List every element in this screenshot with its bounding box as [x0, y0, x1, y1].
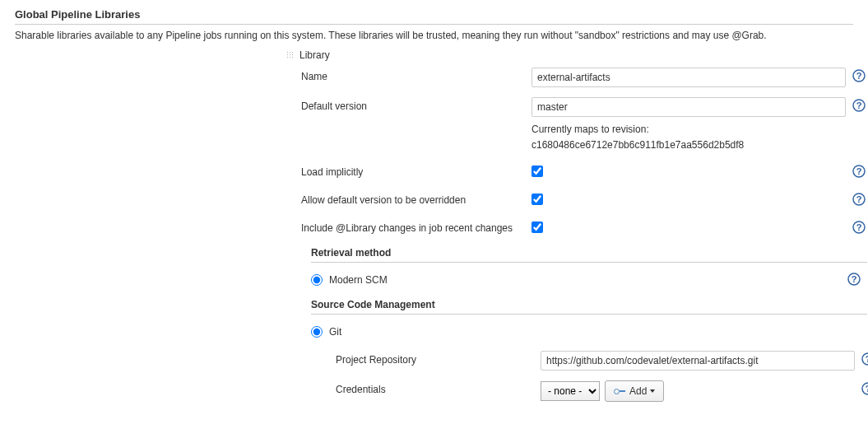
- help-icon[interactable]: ?: [852, 99, 866, 112]
- credentials-row: Credentials - none - Add ?: [336, 380, 853, 402]
- default-version-input[interactable]: [531, 97, 846, 117]
- include-changes-row: Include @Library changes in job recent c…: [301, 219, 853, 239]
- svg-text:?: ?: [852, 274, 857, 284]
- allow-override-row: Allow default version to be overridden ?: [301, 191, 853, 211]
- git-config: Project Repository ? Credentials - none …: [336, 351, 853, 402]
- svg-text:?: ?: [856, 166, 862, 176]
- allow-override-checkbox[interactable]: [531, 194, 543, 205]
- git-row: Git: [311, 323, 867, 341]
- help-icon[interactable]: ?: [852, 193, 866, 206]
- name-label: Name: [301, 68, 531, 82]
- include-changes-checkbox[interactable]: [531, 221, 543, 233]
- credentials-select[interactable]: - none -: [541, 381, 600, 401]
- library-title: Library: [299, 49, 330, 61]
- scm-title: Source Code Management: [311, 299, 853, 310]
- chevron-down-icon: [650, 389, 655, 393]
- help-icon[interactable]: ?: [852, 69, 866, 82]
- name-input[interactable]: [531, 68, 846, 87]
- retrieval-rule: [311, 262, 867, 263]
- svg-text:?: ?: [856, 71, 862, 81]
- drag-handle-icon[interactable]: [286, 51, 295, 59]
- repo-input[interactable]: [541, 351, 855, 371]
- add-button-label: Add: [629, 385, 647, 397]
- default-version-row: Default version Currently maps to revisi…: [301, 97, 853, 153]
- retrieval-section: Retrieval method Modern SCM ? Source Cod…: [311, 247, 853, 402]
- default-version-label: Default version: [301, 97, 531, 112]
- repo-row: Project Repository ?: [336, 351, 853, 371]
- modern-scm-label: Modern SCM: [329, 274, 847, 286]
- allow-override-label: Allow default version to be overridden: [301, 191, 531, 206]
- modern-scm-radio[interactable]: [311, 274, 323, 286]
- name-row: Name ?: [301, 68, 853, 87]
- section-title: Global Pipeline Libraries: [15, 8, 853, 21]
- section-description: Sharable libraries available to any Pipe…: [15, 30, 853, 41]
- help-icon[interactable]: ?: [861, 382, 868, 395]
- git-radio[interactable]: [311, 326, 323, 338]
- help-icon[interactable]: ?: [861, 352, 868, 366]
- svg-text:?: ?: [856, 222, 862, 232]
- revision-hint-line1: Currently maps to revision:: [531, 124, 649, 135]
- svg-text:?: ?: [866, 384, 868, 394]
- library-header: Library: [286, 49, 853, 61]
- git-label: Git: [329, 326, 867, 338]
- library-block: Library Name ? Default version Currently…: [286, 49, 853, 239]
- credentials-label: Credentials: [336, 380, 541, 395]
- scm-rule: [311, 314, 867, 315]
- retrieval-title: Retrieval method: [311, 247, 853, 259]
- help-icon[interactable]: ?: [847, 273, 861, 286]
- load-implicitly-label: Load implicitly: [301, 163, 531, 178]
- svg-text:?: ?: [856, 100, 862, 110]
- help-icon[interactable]: ?: [852, 165, 866, 178]
- load-implicitly-checkbox[interactable]: [531, 166, 543, 177]
- key-icon: [614, 388, 625, 394]
- section-rule: [15, 24, 853, 25]
- load-implicitly-row: Load implicitly ?: [301, 163, 853, 183]
- svg-text:?: ?: [866, 354, 868, 364]
- help-icon[interactable]: ?: [852, 221, 866, 234]
- svg-text:?: ?: [856, 194, 862, 204]
- modern-scm-row: Modern SCM ?: [311, 271, 867, 289]
- include-changes-label: Include @Library changes in job recent c…: [301, 219, 531, 234]
- repo-label: Project Repository: [336, 351, 541, 366]
- add-credentials-button[interactable]: Add: [605, 380, 664, 402]
- revision-hint: Currently maps to revision: c1680486ce67…: [531, 122, 846, 153]
- revision-hint-line2: c1680486ce6712e7bb6c911fb1e7aa556d2b5df8: [531, 139, 744, 151]
